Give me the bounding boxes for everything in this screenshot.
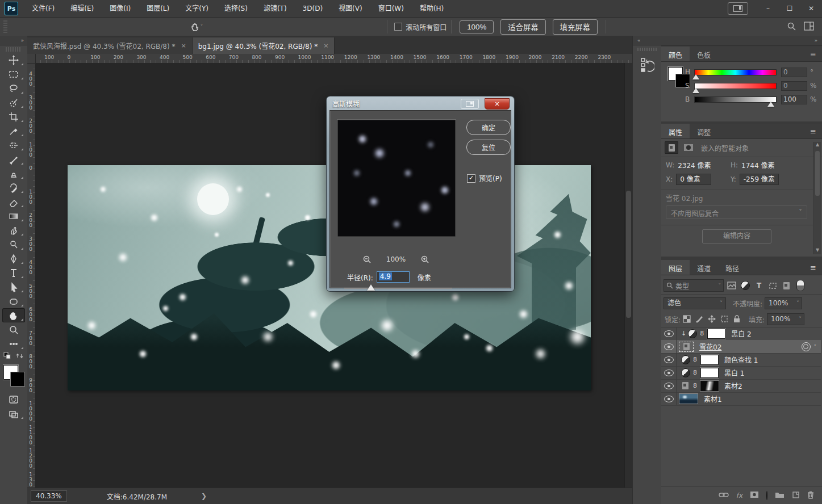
workspace-icon[interactable] — [728, 2, 748, 15]
dodge-tool[interactable] — [2, 237, 25, 251]
quick-mask-button[interactable] — [2, 392, 25, 406]
menu-item-10[interactable]: 帮助(H) — [412, 0, 452, 17]
eye-icon[interactable] — [664, 343, 674, 350]
lasso-tool[interactable] — [2, 81, 25, 95]
brightness-value-field[interactable]: 100 — [781, 95, 807, 104]
zoom-tool[interactable] — [2, 322, 25, 337]
ok-button[interactable]: 确定 — [466, 120, 511, 135]
mask-link-icon[interactable]: 8 — [693, 356, 697, 363]
properties-scrollbar[interactable]: ▲ ▼ — [813, 142, 821, 254]
close-button[interactable]: ✕ — [800, 2, 822, 15]
layer-row-yansechazha1[interactable]: 8 颜色查找 1 — [661, 353, 821, 367]
maximize-button[interactable]: ☐ — [779, 2, 800, 15]
tab-layers[interactable]: 图层 — [661, 260, 690, 275]
delete-layer-icon[interactable] — [807, 491, 814, 501]
toolbar-collapse-arrows[interactable]: » — [0, 36, 27, 46]
layer-row-sucai2[interactable]: 8 素材2 — [661, 379, 821, 393]
layer-filter-type-dropdown[interactable]: 类型 ˅ — [664, 279, 724, 292]
healing-brush-tool[interactable] — [2, 138, 25, 152]
background-color-swatch[interactable] — [10, 372, 25, 387]
panel-menu-icon[interactable]: ≡ — [804, 124, 822, 138]
brush-tool[interactable] — [2, 152, 25, 166]
visibility-cell[interactable] — [661, 340, 677, 353]
layer-row-heibai2[interactable]: ↓ 8 黑白 2 — [661, 327, 821, 341]
swap-colors-icon[interactable] — [16, 352, 24, 362]
layer-row-xuehua02-selected[interactable]: 雪花02 ˅ — [661, 340, 821, 354]
marquee-tool[interactable] — [2, 67, 25, 81]
filter-toggle-switch[interactable] — [796, 280, 804, 291]
menu-item-0[interactable]: 文件(F) — [24, 0, 62, 17]
tab-properties[interactable]: 属性 — [661, 124, 690, 138]
eyedropper-tool[interactable] — [2, 124, 25, 138]
menu-item-9[interactable]: 窗口(W) — [370, 0, 412, 17]
dialog-collapse-icon[interactable] — [461, 99, 479, 109]
chevron-down-icon[interactable]: ˅ — [814, 344, 817, 350]
edit-contents-button[interactable]: 编辑内容 — [702, 229, 771, 243]
layer-mask-thumbnail[interactable] — [700, 381, 719, 391]
crop-tool[interactable] — [2, 110, 25, 124]
fill-screen-button[interactable]: 填充屏幕 — [553, 19, 598, 35]
move-tool[interactable] — [2, 53, 25, 67]
layer-comp-dropdown[interactable]: 不应用图层复合 ˅ — [666, 205, 807, 219]
smart-object-badge-icon[interactable] — [665, 141, 678, 154]
horizontal-ruler[interactable]: 1000100200300400500600700800900100011001… — [27, 54, 632, 64]
layer-name[interactable]: 雪花02 — [699, 342, 721, 351]
smart-object-icon[interactable] — [682, 382, 689, 389]
status-options-chevron[interactable]: ❯ — [201, 492, 207, 500]
eye-icon[interactable] — [664, 396, 674, 402]
minimize-button[interactable]: – — [757, 2, 779, 15]
link-layers-icon[interactable] — [719, 492, 729, 500]
smudge-tool[interactable] — [2, 223, 25, 237]
eraser-tool[interactable] — [2, 195, 25, 209]
add-mask-icon[interactable] — [750, 491, 759, 500]
visibility-cell[interactable] — [661, 327, 677, 340]
lock-all-icon[interactable] — [732, 314, 742, 324]
add-adjustment-icon[interactable] — [766, 492, 767, 499]
reset-button[interactable]: 复位 — [466, 140, 511, 155]
quick-selection-tool[interactable] — [2, 95, 25, 110]
visibility-cell[interactable] — [661, 353, 677, 366]
zoom-in-icon[interactable] — [420, 255, 429, 264]
radius-slider-track[interactable] — [344, 288, 452, 289]
menu-item-7[interactable]: 3D(D) — [295, 0, 331, 17]
blend-mode-dropdown[interactable]: 滤色 ˅ — [664, 297, 726, 309]
menu-item-5[interactable]: 选择(S) — [216, 0, 256, 17]
vertical-ruler[interactable]: 4003002001000100200300400500600700800900… — [27, 63, 36, 488]
tab-paths[interactable]: 路径 — [718, 260, 746, 275]
tab-swatches[interactable]: 色板 — [690, 47, 718, 61]
smart-object-thumbnail[interactable] — [679, 342, 694, 352]
new-layer-icon[interactable] — [792, 491, 800, 501]
fill-dropdown[interactable]: 100% ˅ — [767, 313, 804, 325]
lock-transparent-pixels-icon[interactable] — [682, 314, 692, 324]
search-icon[interactable] — [787, 22, 796, 32]
layer-mask-thumbnail[interactable] — [700, 368, 719, 378]
filter-adjustment-layers-icon[interactable] — [740, 280, 751, 291]
layer-name[interactable]: 黑白 2 — [731, 329, 751, 338]
history-brush-tool[interactable] — [2, 180, 25, 195]
dialog-close-button[interactable]: ✕ — [485, 98, 510, 110]
filter-type-layers-icon[interactable]: T — [753, 280, 765, 291]
adjustment-layer-icon[interactable] — [688, 329, 697, 338]
hue-slider[interactable] — [694, 69, 777, 75]
adjustment-layer-icon[interactable] — [681, 368, 690, 377]
layer-mask-thumbnail[interactable] — [700, 355, 719, 365]
layer-style-fx-icon[interactable]: fx — [736, 492, 742, 499]
workspace-switcher-icon[interactable] — [804, 22, 814, 32]
eye-icon[interactable] — [664, 369, 674, 376]
eye-icon[interactable] — [664, 330, 674, 337]
scroll-down-arrow[interactable]: ▼ — [814, 247, 821, 254]
close-tab-icon[interactable]: × — [181, 42, 186, 49]
menu-item-4[interactable]: 文字(Y) — [177, 0, 216, 17]
layer-thumbnail[interactable] — [679, 393, 698, 404]
layer-name[interactable]: 素材1 — [704, 394, 722, 404]
dock-grip[interactable] — [637, 48, 657, 51]
pen-tool[interactable] — [2, 251, 25, 266]
default-colors-icon[interactable] — [3, 352, 11, 362]
blur-preview[interactable] — [337, 120, 456, 237]
document-tab-active[interactable]: bg1.jpg @ 40.3% (雪花02, RGB/8) *× — [193, 37, 335, 54]
gradient-tool[interactable] — [2, 209, 25, 223]
mask-link-icon[interactable]: 8 — [700, 330, 704, 337]
layer-name[interactable]: 素材2 — [724, 381, 742, 390]
more-tools-ellipsis[interactable] — [2, 337, 25, 351]
layer-row-sucai1[interactable]: 素材1 — [661, 392, 821, 406]
